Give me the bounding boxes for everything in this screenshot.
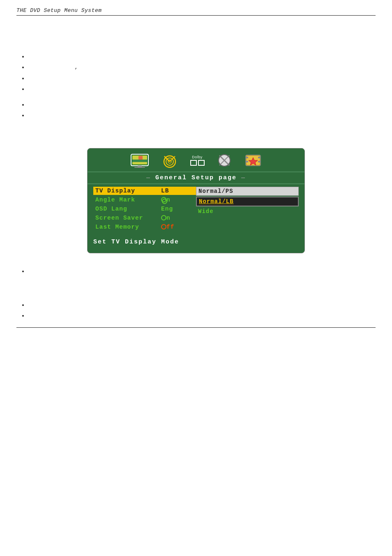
list-item	[28, 85, 376, 93]
list-item	[28, 267, 376, 276]
menu-item-tv-display[interactable]: TV Display	[93, 187, 159, 195]
bullet-list-bottom	[28, 301, 376, 320]
svg-rect-4	[132, 160, 147, 162]
menu-body: TV Display Angle Mark OSD Lang Screen Sa…	[88, 184, 304, 234]
dolby-box-left	[190, 160, 197, 166]
list-item	[28, 312, 376, 320]
menu-col-labels: TV Display Angle Mark OSD Lang Screen Sa…	[93, 187, 159, 231]
list-item	[28, 111, 376, 120]
bullet-list-after-screen	[28, 267, 376, 276]
menu-value-angle-mark: n	[159, 196, 196, 204]
svg-rect-6	[134, 167, 145, 168]
dashes-left: —	[146, 174, 155, 181]
circle-off	[161, 224, 166, 230]
menu-item-angle-mark: Angle Mark	[93, 196, 159, 204]
svg-rect-19	[246, 157, 248, 158]
svg-rect-3	[132, 155, 138, 160]
setup-header: — General Setup page —	[88, 171, 304, 184]
menu-col-options: Normal/PS Normal/LB Wide	[196, 187, 299, 231]
circle-on	[161, 215, 166, 220]
menu-item-last-memory: Last Memory	[93, 223, 159, 231]
bullet-list-top: ,	[28, 53, 376, 93]
page-container: THE DVD Setup Menu System ,	[0, 0, 392, 556]
menu-col-values: LB n Eng n ff	[159, 187, 196, 231]
menu-item-osd-lang: OSD Lang	[93, 205, 159, 213]
option-normal-lb[interactable]: Normal/LB	[196, 197, 299, 206]
tv-icon	[130, 153, 149, 168]
svg-rect-20	[246, 161, 248, 162]
svg-rect-21	[258, 157, 261, 158]
menu-value-tv-display[interactable]: LB	[159, 187, 196, 195]
list-item	[28, 301, 376, 309]
dvd-icons-bar: Dolby	[88, 148, 304, 171]
antenna-icon	[161, 153, 179, 168]
dvd-screen: Dolby	[87, 148, 305, 253]
option-normal-ps[interactable]: Normal/PS	[196, 187, 299, 196]
list-item: ,	[28, 63, 376, 72]
bullet-list-mid	[28, 101, 376, 120]
film-icon	[244, 153, 262, 168]
prohibited-icon	[216, 153, 233, 168]
menu-value-last-memory: ff	[159, 223, 196, 231]
list-item	[28, 53, 376, 61]
bottom-line	[16, 327, 376, 328]
header-bar: THE DVD Setup Menu System	[16, 7, 376, 16]
dolby-boxes	[190, 160, 205, 166]
description-text: Set TV Display Mode	[93, 239, 179, 246]
dolby-label: Dolby	[192, 155, 203, 159]
circle-indicator	[161, 197, 166, 202]
menu-value-screen-saver: n	[159, 214, 196, 222]
dolby-icon: Dolby	[190, 155, 205, 166]
option-wide[interactable]: Wide	[196, 207, 299, 215]
general-setup-title: General Setup page	[155, 174, 237, 181]
menu-item-screen-saver: Screen Saver	[93, 214, 159, 222]
list-item	[28, 101, 376, 109]
header-title: THE DVD Setup Menu System	[16, 7, 102, 14]
dashes-right: —	[241, 174, 246, 181]
menu-value-osd-lang: Eng	[159, 205, 196, 213]
list-item	[28, 74, 376, 83]
menu-description: Set TV Display Mode	[88, 234, 304, 249]
dolby-box-right	[198, 160, 205, 166]
svg-rect-22	[258, 161, 261, 162]
